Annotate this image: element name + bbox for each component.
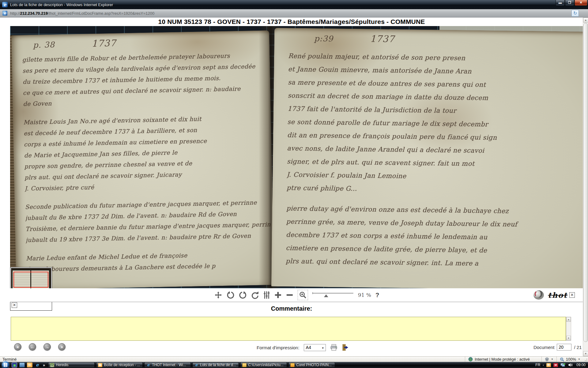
document-heading: 10 NUM 35123 78 - GOVEN - 1737 - 1737 - … [0,18,583,25]
mail-icon: ✉ [98,363,102,367]
volume-icon[interactable] [568,363,573,367]
resize-grip[interactable] [583,357,588,362]
internet-explorer-icon: e [194,363,198,367]
status-text: Terminé [0,357,465,362]
print-controls: Format d'impression: A4 ▼ [257,344,349,351]
document-label: Document [533,345,554,350]
tray-expand-icon[interactable]: ‹ [543,363,544,367]
zoom-control[interactable]: 100% ▼ [556,357,583,362]
manuscript-right-page: p:391737 René poulain majeur, et antoris… [271,28,583,288]
viewer-close-button[interactable]: ✕ [569,292,575,298]
previous-document-button[interactable]: ← [29,343,36,351]
viewport-rectangle[interactable] [13,272,48,288]
left-page-number: p. 38 [33,40,55,49]
taskbar-clock[interactable]: 09:00 [576,363,586,367]
folder-icon [242,363,247,367]
corel-icon [290,363,295,367]
mcafee-icon[interactable]: M [553,363,558,367]
internet-explorer-icon[interactable]: e [35,362,40,367]
scroll-down-icon[interactable]: ▼ [583,351,588,356]
ie-logo-icon: e [2,2,8,7]
system-tray: FR ‹ ✉ M 09:00 [535,363,588,367]
pan-icon[interactable] [214,291,222,299]
document-total: / 21 [574,345,582,350]
internet-explorer-icon: e [146,363,150,367]
task-buttons: ◻ Heredis ✉ Boîte de réception - ... e T… [48,362,535,368]
scroll-up-icon[interactable]: ▲ [566,317,571,322]
exit-button[interactable] [342,344,349,351]
manuscript-left-page: p. 381737 gilette mavris fille de Robur … [11,30,274,288]
mail-notification-icon[interactable]: ✉ [546,363,551,367]
taskbar-item-heredis[interactable]: ◻ Heredis [48,362,95,368]
mail-icon[interactable]: ✉ [27,362,32,367]
taskbar-item-inbox[interactable]: ✉ Boîte de réception - ... [96,362,143,368]
title-bar: e Lots de la fiche de description - Wind… [0,0,588,9]
url-field[interactable]: http://212.234.70.219/thot_internet/FrmL… [10,11,571,16]
shield-icon [545,357,549,362]
restore-button[interactable]: ❐ [565,0,574,6]
browser-zoom-value: 100% [566,357,576,362]
print-button[interactable] [330,344,337,351]
zoom-percentage: 91 % [358,292,371,298]
zoom-out-icon[interactable] [286,291,293,299]
image-viewer: p. 381737 gilette mavris fille de Robur … [10,26,583,302]
rotate-cw-icon[interactable] [239,291,247,299]
chevron-down-icon: ▼ [322,347,324,350]
right-page-year: 1737 [370,33,395,44]
thot-logo-text: thot [548,291,567,300]
zoom-region-icon[interactable] [298,290,308,300]
left-page-lines: gilette mavris fille de Robur et de bert… [22,49,271,275]
zone-text: Internet | Mode protégé : activé [475,357,530,362]
page-content: 10 NUM 35123 78 - GOVEN - 1737 - 1737 - … [0,17,588,356]
show-desktop-icon[interactable] [19,362,25,367]
magnifier-icon [560,357,564,362]
network-icon[interactable] [560,363,566,367]
minimize-button[interactable]: ▬ [556,0,565,6]
first-document-button[interactable]: « [14,343,21,351]
thot-logo-icon [532,289,546,301]
taskbar-item-lots-fiche[interactable]: e Lots de la fiche de d... [192,362,239,368]
print-format-value: A4 [306,345,311,350]
start-button[interactable] [2,361,9,368]
globe-icon [468,357,473,362]
language-indicator[interactable]: FR [535,363,540,367]
right-page-lines: René poulain majeur, et antorisé de son … [286,49,583,271]
switch-windows-icon[interactable] [12,362,17,367]
comment-textarea[interactable] [11,317,566,341]
chevron-down-icon: ▼ [551,358,553,361]
document-number-input[interactable] [557,344,571,351]
left-page-year: 1737 [92,38,116,49]
protected-mode-control[interactable]: ▼ [541,357,556,362]
taskbar-item-thot-internet[interactable]: e THOT Internet - Wi... [144,362,191,368]
zoom-in-icon[interactable] [274,291,282,299]
scroll-down-icon[interactable]: ▼ [566,336,571,340]
print-format-select[interactable]: A4 ▼ [304,344,326,351]
manuscript-photo[interactable]: p. 381737 gilette mavris fille de Robur … [10,26,583,288]
comment-area: ▲ ▼ [11,317,571,341]
last-document-button[interactable]: » [58,343,66,351]
levels-icon[interactable] [263,291,270,299]
viewer-toolbar: 91 % ? thot ✕ [10,288,583,302]
window-title: Lots de la fiche de description - Window… [10,2,113,7]
refresh-button[interactable]: ↻ [571,10,579,17]
next-document-button[interactable]: → [43,343,51,351]
url-path: /thot_internet/FrmLotDocFrame.asp?resX=1… [48,11,154,16]
right-page-number: p:39 [314,34,334,43]
browser-window: e Lots de la fiche de description - Wind… [0,0,588,368]
rotate-reset-icon[interactable] [251,291,259,299]
zoom-slider[interactable] [312,292,354,298]
document-counter: Document / 21 [533,344,582,351]
taskbar-item-pictures-folder[interactable]: C:\Users\nilda\Pictu... [240,362,287,368]
page-scrollbar[interactable]: ▲ ▼ [583,17,588,356]
taskbar-item-corel[interactable]: Corel PHOTO-PAIN... [288,362,335,368]
help-icon[interactable]: ? [375,292,379,299]
scrollbar-thumb[interactable] [583,23,588,342]
quick-launch-overflow-icon[interactable]: » [43,363,45,367]
comment-scrollbar[interactable]: ▲ ▼ [566,317,571,341]
rotate-ccw-icon[interactable] [227,291,235,299]
scroll-up-icon[interactable]: ▲ [583,17,588,23]
status-bar: Terminé Internet | Mode protégé : activé… [0,356,588,362]
heredis-icon: ◻ [50,363,54,367]
close-button[interactable]: ✕ [575,0,587,6]
comment-label: Commentaire: [0,305,583,312]
